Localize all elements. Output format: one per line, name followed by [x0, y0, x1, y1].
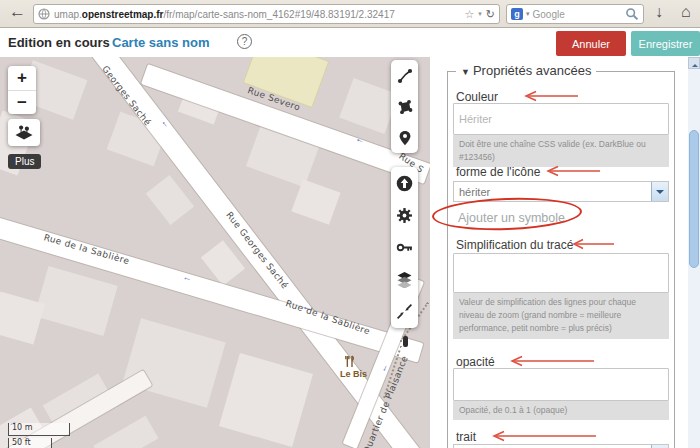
- building: [291, 179, 340, 225]
- couleur-label: Couleur: [456, 90, 498, 104]
- building: [122, 318, 225, 408]
- scale-metric: 10 m: [8, 423, 70, 436]
- edit-status-label: Edition en cours: [8, 35, 110, 50]
- scale-bar: 10 m 50 ft: [8, 423, 70, 448]
- import-upload-icon[interactable]: [396, 175, 413, 192]
- simplification-input[interactable]: [453, 253, 669, 293]
- map-canvas[interactable]: ← ← ← ← ← ← Georges Saché Rue Severo Rue…: [0, 57, 430, 448]
- draw-toolbar: [391, 60, 418, 153]
- scrollbar-up-icon[interactable]: [688, 57, 700, 69]
- home-icon[interactable]: ⌂: [681, 3, 691, 21]
- settings-gear-icon[interactable]: [396, 207, 413, 224]
- annotation-arrow-icon: [540, 164, 602, 178]
- umap-editor-window: ← umap.openstreetmap.fr/fr/map/carte-san…: [0, 0, 700, 448]
- panel-scrollbar[interactable]: [688, 57, 700, 448]
- forme-icone-label: forme de l'icône: [456, 165, 540, 179]
- save-button[interactable]: Enregistrer: [631, 31, 700, 56]
- zoom-out-button[interactable]: −: [8, 90, 36, 114]
- opacite-input[interactable]: [453, 368, 669, 401]
- layers-pins-icon: [14, 124, 34, 141]
- tile-layers-button[interactable]: [8, 119, 40, 146]
- scale-imperial: 50 ft: [8, 438, 52, 448]
- zoom-control: + −: [8, 66, 36, 114]
- reload-icon[interactable]: ↻: [486, 8, 495, 21]
- scrollbar-thumb[interactable]: [689, 130, 699, 268]
- trait-select[interactable]: hériter: [453, 444, 669, 448]
- restaurant-icon: [344, 355, 355, 368]
- url-dropdown-icon[interactable]: ▾: [478, 10, 482, 18]
- address-bar[interactable]: umap.openstreetmap.fr/fr/map/carte-sans-…: [33, 4, 500, 24]
- building: [219, 353, 313, 447]
- magnifier-icon[interactable]: [625, 7, 639, 21]
- annotation-arrow-icon: [566, 237, 616, 251]
- zoom-extent-icon[interactable]: [396, 303, 413, 320]
- simplification-help: Valeur de simplification des lignes pour…: [453, 293, 669, 339]
- building: [94, 416, 159, 448]
- advanced-properties-legend[interactable]: ▼Propriétés avancées: [456, 63, 596, 78]
- collapse-caret-icon[interactable]: ▼: [461, 67, 470, 77]
- trait-label: trait: [456, 430, 476, 444]
- building: [146, 175, 194, 225]
- opacite-help: Opacité, de 0.1 à 1 (opaque): [453, 401, 669, 420]
- search-placeholder: Google: [533, 9, 625, 20]
- poi-label: Le Bis: [340, 369, 367, 379]
- help-icon[interactable]: ?: [237, 34, 252, 49]
- cancel-button[interactable]: Annuler: [556, 31, 626, 56]
- search-engine-icon[interactable]: g: [511, 8, 523, 20]
- opacite-label: opacité: [456, 355, 495, 369]
- traffic-signal-icon: [403, 336, 408, 347]
- simplification-label: Simplification du tracé: [456, 238, 573, 252]
- umap-header: Edition en cours Carte sans nom ? Annule…: [0, 28, 700, 57]
- draw-marker-icon[interactable]: [397, 130, 413, 146]
- couleur-input[interactable]: [453, 103, 669, 135]
- bookmark-star-icon[interactable]: ☆: [464, 8, 474, 21]
- layers-tooltip: Plus: [8, 154, 41, 169]
- search-input[interactable]: g ▾ Google: [506, 4, 644, 24]
- couleur-help: Doit être une chaîne CSS valide (ex. Dar…: [453, 135, 669, 167]
- search-engine-caret-icon[interactable]: ▾: [526, 10, 530, 18]
- annotation-arrow-icon: [486, 429, 598, 443]
- edit-toolbar: [391, 167, 418, 328]
- building: [339, 78, 398, 134]
- map-name-link[interactable]: Carte sans nom: [112, 35, 210, 50]
- permissions-key-icon[interactable]: [396, 239, 413, 256]
- layers-stack-icon[interactable]: [396, 271, 413, 288]
- downloads-icon[interactable]: ↓: [655, 3, 663, 21]
- street-label: Rue Georges Saché: [224, 210, 290, 291]
- select-caret-icon[interactable]: [651, 182, 668, 201]
- globe-icon: [38, 8, 50, 20]
- back-icon[interactable]: ←: [9, 2, 26, 22]
- draw-polygon-icon[interactable]: [397, 99, 413, 115]
- building: [34, 266, 118, 336]
- properties-panel: ▼Propriétés avancées Couleur Doit être u…: [430, 57, 688, 448]
- advanced-properties-fieldset: ▼Propriétés avancées Couleur Doit être u…: [447, 71, 675, 448]
- url-text: umap.openstreetmap.fr/fr/map/carte-sans-…: [54, 9, 460, 20]
- annotation-arrow-icon: [504, 354, 596, 368]
- browser-toolbar: ← umap.openstreetmap.fr/fr/map/carte-san…: [0, 0, 700, 28]
- annotation-arrow-icon: [518, 89, 580, 103]
- zoom-in-button[interactable]: +: [8, 66, 36, 90]
- draw-polyline-icon[interactable]: [397, 68, 413, 84]
